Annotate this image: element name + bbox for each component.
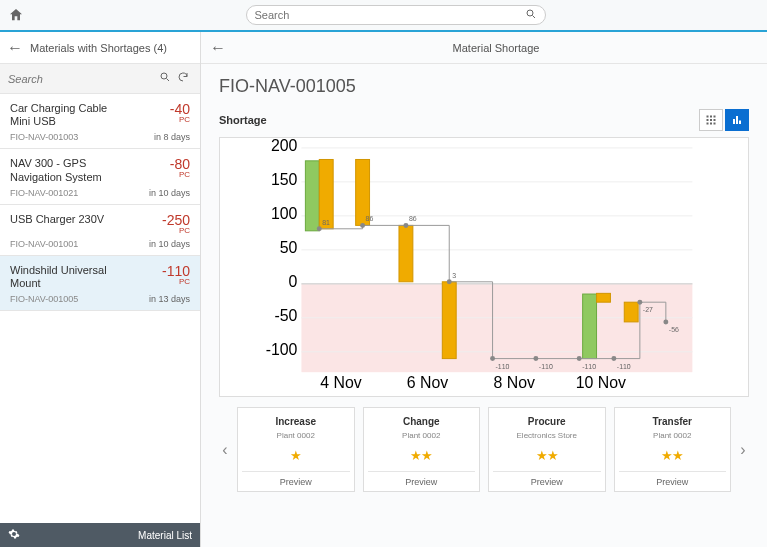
item-qty: -40PC (170, 102, 190, 124)
card-title: Procure (528, 416, 566, 427)
svg-text:150: 150 (271, 171, 298, 188)
item-id: FIO-NAV-001001 (10, 239, 78, 249)
item-name: Windshild Universal Mount (10, 264, 130, 290)
list-item[interactable]: Windshild Universal Mount-110PCFIO-NAV-0… (0, 256, 200, 311)
svg-rect-42 (597, 293, 611, 302)
action-card[interactable]: IncreasePlant 0002★Preview (237, 407, 355, 492)
card-stars: ★★ (536, 448, 558, 463)
chevron-right-icon[interactable]: › (737, 441, 749, 459)
svg-point-46 (360, 223, 365, 228)
global-search-input[interactable] (255, 9, 525, 21)
preview-button[interactable]: Preview (619, 471, 727, 491)
item-id: FIO-NAV-001021 (10, 188, 78, 198)
svg-text:86: 86 (409, 215, 417, 222)
item-name: NAV 300 - GPS Navigation System (10, 157, 130, 183)
list-panel: ← Materials with Shortages (4) Car Charg… (0, 32, 201, 547)
list-search-input[interactable] (8, 73, 156, 85)
item-qty: -250PC (162, 213, 190, 235)
svg-text:-56: -56 (669, 326, 679, 333)
chevron-left-icon[interactable]: ‹ (219, 441, 231, 459)
svg-point-58 (611, 356, 616, 361)
footer-link[interactable]: Material List (138, 530, 192, 541)
svg-text:-110: -110 (617, 363, 631, 370)
svg-text:-110: -110 (539, 363, 553, 370)
table-view-button[interactable] (699, 109, 723, 131)
item-due: in 13 days (149, 294, 190, 304)
svg-text:50: 50 (280, 239, 298, 256)
svg-text:-110: -110 (582, 363, 596, 370)
svg-text:-27: -27 (643, 306, 653, 313)
back-icon[interactable]: ← (6, 39, 24, 57)
svg-text:-110: -110 (496, 363, 510, 370)
svg-text:-100: -100 (266, 341, 298, 358)
svg-rect-39 (399, 225, 413, 281)
svg-point-52 (490, 356, 495, 361)
svg-point-0 (527, 10, 533, 16)
detail-header: ← Material Shortage (201, 32, 767, 64)
svg-text:10 Nov: 10 Nov (576, 374, 626, 391)
global-search[interactable] (246, 5, 546, 25)
back-icon[interactable]: ← (209, 39, 227, 57)
svg-text:6 Nov: 6 Nov (407, 374, 448, 391)
card-subtitle: Electronics Store (517, 431, 577, 440)
detail-panel: ← Material Shortage FIO-NAV-001005 Short… (201, 32, 767, 547)
list-footer: Material List (0, 523, 200, 547)
list-item[interactable]: Car Charging Cable Mini USB-40PCFIO-NAV-… (0, 94, 200, 149)
search-icon[interactable] (525, 6, 537, 24)
svg-rect-41 (583, 294, 597, 359)
svg-rect-7 (707, 119, 709, 121)
svg-rect-5 (710, 116, 712, 118)
action-card[interactable]: ProcureElectronics Store★★Preview (488, 407, 606, 492)
item-id: FIO-NAV-001005 (10, 294, 78, 304)
svg-text:81: 81 (322, 219, 330, 226)
chart-view-button[interactable] (725, 109, 749, 131)
svg-text:4 Nov: 4 Nov (320, 374, 361, 391)
svg-rect-6 (714, 116, 716, 118)
card-stars: ★ (290, 448, 301, 463)
item-due: in 10 days (149, 239, 190, 249)
svg-rect-40 (442, 282, 456, 359)
item-qty: -110PC (162, 264, 190, 286)
preview-button[interactable]: Preview (242, 471, 350, 491)
top-bar (0, 0, 767, 32)
card-title: Change (403, 416, 440, 427)
list-item[interactable]: USB Charger 230V-250PCFIO-NAV-001001in 1… (0, 205, 200, 256)
action-card[interactable]: ChangePlant 0002★★Preview (363, 407, 481, 492)
search-icon[interactable] (156, 71, 174, 86)
svg-rect-8 (710, 119, 712, 121)
card-stars: ★★ (410, 448, 432, 463)
svg-rect-36 (305, 161, 319, 231)
item-due: in 10 days (149, 188, 190, 198)
svg-text:100: 100 (271, 205, 298, 222)
view-toggle (699, 109, 749, 131)
svg-rect-10 (707, 123, 709, 125)
list-item[interactable]: NAV 300 - GPS Navigation System-80PCFIO-… (0, 149, 200, 204)
svg-text:86: 86 (366, 215, 374, 222)
svg-rect-13 (733, 119, 735, 124)
svg-point-60 (637, 300, 642, 305)
shortage-chart: -100-500501001502004 Nov6 Nov8 Nov10 Nov… (219, 137, 749, 397)
svg-rect-12 (714, 123, 716, 125)
refresh-icon[interactable] (174, 71, 192, 86)
card-subtitle: Plant 0002 (402, 431, 440, 440)
detail-title: Material Shortage (233, 42, 759, 54)
preview-button[interactable]: Preview (368, 471, 476, 491)
svg-rect-9 (714, 119, 716, 121)
list-search-bar (0, 64, 200, 94)
gear-icon[interactable] (8, 528, 20, 543)
action-cards: IncreasePlant 0002★PreviewChangePlant 00… (237, 407, 731, 492)
svg-point-48 (403, 223, 408, 228)
material-id: FIO-NAV-001005 (219, 76, 749, 97)
home-icon[interactable] (8, 7, 24, 23)
card-title: Increase (275, 416, 316, 427)
list-header: ← Materials with Shortages (4) (0, 32, 200, 64)
svg-line-3 (167, 79, 170, 82)
svg-text:3: 3 (452, 272, 456, 279)
item-name: Car Charging Cable Mini USB (10, 102, 130, 128)
svg-text:-50: -50 (275, 307, 298, 324)
action-card[interactable]: TransferPlant 0002★★Preview (614, 407, 732, 492)
preview-button[interactable]: Preview (493, 471, 601, 491)
svg-point-54 (533, 356, 538, 361)
item-id: FIO-NAV-001003 (10, 132, 78, 142)
card-title: Transfer (653, 416, 692, 427)
